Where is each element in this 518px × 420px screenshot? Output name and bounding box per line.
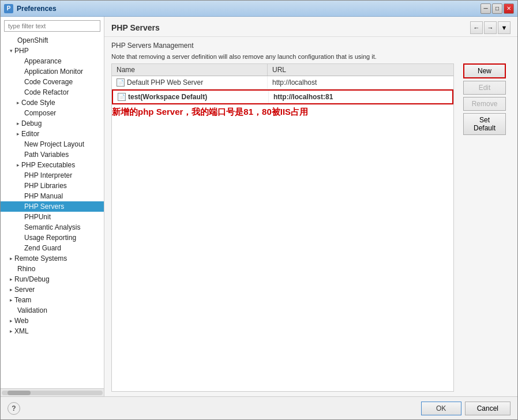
help-button[interactable]: ? <box>7 402 20 415</box>
tree-label-openshift: OpenShift <box>17 36 48 44</box>
main-body: PHP Servers Management Note that removin… <box>104 37 517 396</box>
tree-label-code-refactor: Code Refactor <box>24 88 69 96</box>
main-panel: PHP Servers ← → ▼ PHP Servers Management… <box>104 17 517 396</box>
tree-label-code-style: Code Style <box>21 99 55 107</box>
tree-label-remote-systems: Remote Systems <box>14 254 67 262</box>
table-row-default[interactable]: 📄Default PHP Web Serverhttp://localhost <box>112 76 453 89</box>
sidebar-item-application-monitor[interactable]: Application Monitor <box>1 66 104 77</box>
menu-button[interactable]: ▼ <box>498 21 511 34</box>
sidebar-item-semantic-analysis[interactable]: Semantic Analysis <box>1 222 104 232</box>
tree-label-editor: Editor <box>21 130 39 138</box>
sidebar-item-php-interpreter[interactable]: PHP Interpreter <box>1 170 104 181</box>
app-icon: P <box>4 4 13 13</box>
tree-arrow-team: ▸ <box>10 297 13 303</box>
tree-label-usage-reporting: Usage Reporting <box>24 234 76 242</box>
page-title: PHP Servers <box>111 23 160 32</box>
back-button[interactable]: ← <box>470 21 483 34</box>
action-buttons: New Edit Remove Set Default <box>459 63 511 392</box>
scroll-track <box>2 391 103 395</box>
maximize-button[interactable]: □ <box>492 3 502 14</box>
sidebar-item-rhino[interactable]: Rhino <box>1 264 104 274</box>
close-button[interactable]: ✕ <box>504 3 514 14</box>
tree-label-code-coverage: Code Coverage <box>24 78 73 86</box>
forward-button[interactable]: → <box>484 21 497 34</box>
table-row-test[interactable]: 📄test(Workspace Default)http://localhost… <box>112 89 453 104</box>
sidebar-item-code-style[interactable]: ▸Code Style <box>1 97 104 108</box>
sidebar-item-new-project-layout[interactable]: New Project Layout <box>1 139 104 149</box>
sidebar-item-php-executables[interactable]: ▸PHP Executables <box>1 160 104 170</box>
content-area: OpenShift▾PHPAppearanceApplication Monit… <box>1 17 517 396</box>
tree-label-php-servers: PHP Servers <box>24 202 64 211</box>
annotation-text: 新增的php Server，我的端口号是81，80被IIS占用 <box>112 104 453 120</box>
tree-arrow-remote-systems: ▸ <box>10 256 13 261</box>
toolbar-icons: ← → ▼ <box>470 21 511 34</box>
tree-arrow-web: ▸ <box>10 318 13 324</box>
note-text: Note that removing a server definition w… <box>111 53 511 60</box>
sidebar-item-web[interactable]: ▸Web <box>1 316 104 326</box>
sidebar-item-editor[interactable]: ▸Editor <box>1 129 104 139</box>
tree-label-appearance: Appearance <box>24 57 62 65</box>
tree-label-zend-guard: Zend Guard <box>24 244 61 252</box>
tree-label-php-interpreter: PHP Interpreter <box>24 171 72 179</box>
tree-label-composer: Composer <box>24 109 56 117</box>
tree-arrow-editor: ▸ <box>17 131 20 137</box>
tree-label-run-debug: Run/Debug <box>14 275 50 283</box>
sidebar-item-path-variables[interactable]: Path Variables <box>1 149 104 160</box>
url-cell-default: http://localhost <box>268 76 453 89</box>
sidebar-item-phpunit[interactable]: PHPUnit <box>1 212 104 222</box>
cancel-button[interactable]: Cancel <box>465 402 511 415</box>
window-title: Preferences <box>17 5 481 13</box>
file-icon-default: 📄 <box>117 78 125 87</box>
sidebar-item-usage-reporting[interactable]: Usage Reporting <box>1 232 104 243</box>
sidebar-item-code-refactor[interactable]: Code Refactor <box>1 87 104 97</box>
sidebar-item-zend-guard[interactable]: Zend Guard <box>1 243 104 253</box>
servers-table: Name URL 📄Default PHP Web Serverhttp://l… <box>111 63 454 392</box>
sidebar-item-php[interactable]: ▾PHP <box>1 46 104 56</box>
sidebar-item-run-debug[interactable]: ▸Run/Debug <box>1 274 104 284</box>
url-cell-test: http://localhost:81 <box>269 91 452 103</box>
tree-label-php-executables: PHP Executables <box>21 161 75 169</box>
sidebar-item-code-coverage[interactable]: Code Coverage <box>1 77 104 87</box>
bottom-bar: ? OK Cancel <box>1 396 517 419</box>
management-label: PHP Servers Management <box>111 42 511 50</box>
titlebar-controls: ─ □ ✕ <box>481 3 514 14</box>
sidebar-item-server[interactable]: ▸Server <box>1 284 104 295</box>
url-header: URL <box>268 64 453 76</box>
tree-label-path-variables: Path Variables <box>24 151 69 159</box>
minimize-button[interactable]: ─ <box>481 3 491 14</box>
sidebar-item-php-libraries[interactable]: PHP Libraries <box>1 181 104 191</box>
tree-label-phpunit: PHPUnit <box>24 213 51 221</box>
tree-arrow-code-style: ▸ <box>17 100 20 106</box>
tree-label-xml: XML <box>14 327 29 335</box>
tree-label-debug: Debug <box>21 119 42 127</box>
sidebar-item-debug[interactable]: ▸Debug <box>1 118 104 129</box>
set-default-button[interactable]: Set Default <box>463 113 506 135</box>
sidebar-item-appearance[interactable]: Appearance <box>1 56 104 66</box>
sidebar-item-remote-systems[interactable]: ▸Remote Systems <box>1 253 104 264</box>
tree-label-application-monitor: Application Monitor <box>24 68 83 76</box>
tree-arrow-run-debug: ▸ <box>10 276 13 282</box>
remove-button[interactable]: Remove <box>463 97 506 111</box>
tree-label-validation: Validation <box>17 306 47 314</box>
table-action-area: Name URL 📄Default PHP Web Serverhttp://l… <box>111 63 511 392</box>
sidebar-item-composer[interactable]: Composer <box>1 108 104 118</box>
table-body: 📄Default PHP Web Serverhttp://localhost📄… <box>112 76 453 104</box>
sidebar-item-team[interactable]: ▸Team <box>1 295 104 305</box>
horizontal-scrollbar[interactable] <box>1 388 104 396</box>
tree-label-team: Team <box>14 296 31 304</box>
sidebar-item-openshift[interactable]: OpenShift <box>1 35 104 46</box>
edit-button[interactable]: Edit <box>463 81 506 95</box>
main-header: PHP Servers ← → ▼ <box>104 17 517 37</box>
sidebar-item-validation[interactable]: Validation <box>1 305 104 316</box>
tree-label-new-project-layout: New Project Layout <box>24 140 84 148</box>
titlebar: P Preferences ─ □ ✕ <box>1 1 517 17</box>
tree-label-server: Server <box>14 286 35 294</box>
file-icon-test: 📄 <box>118 93 126 101</box>
ok-button[interactable]: OK <box>421 402 461 415</box>
sidebar-item-xml[interactable]: ▸XML <box>1 326 104 336</box>
sidebar: OpenShift▾PHPAppearanceApplication Monit… <box>1 17 104 396</box>
sidebar-item-php-servers[interactable]: PHP Servers <box>1 201 104 212</box>
filter-input[interactable] <box>4 20 100 32</box>
new-button[interactable]: New <box>463 63 506 78</box>
sidebar-item-php-manual[interactable]: PHP Manual <box>1 191 104 201</box>
